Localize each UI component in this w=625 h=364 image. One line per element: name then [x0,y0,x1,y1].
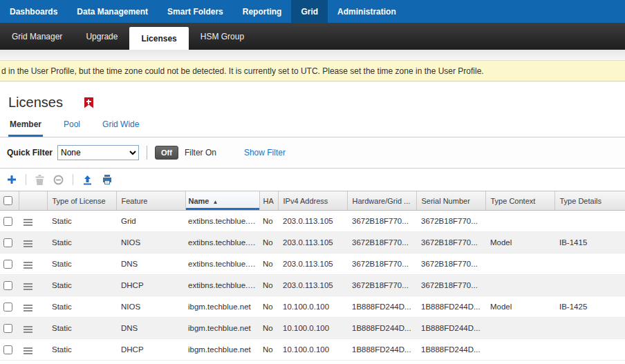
row-checkbox[interactable] [3,345,12,354]
row-checkbox[interactable] [3,238,12,247]
filter-off-toggle[interactable]: Off [155,146,178,160]
cell-type-details: IB-1415 [554,232,625,253]
quick-filter-select[interactable]: None [57,145,139,160]
cell-type-context [485,339,554,361]
delete-icon [35,175,44,185]
cell-hardware-grid: 3672B18F770... [347,211,416,232]
print-icon [102,175,113,185]
column-name[interactable]: Name▲ [185,191,259,211]
row-menu-cell [19,253,47,275]
column-type-context[interactable]: Type Context [485,191,554,211]
cell-hardware-grid: 3672B18F770... [347,232,416,253]
row-select-cell [0,253,19,275]
row-menu-icon[interactable] [24,305,32,306]
row-menu-cell [19,296,47,318]
cell-ha: No [259,232,278,253]
cell-type-details [554,318,625,339]
filter-separator [147,146,147,160]
row-menu-cell [19,339,47,361]
row-checkbox[interactable] [3,324,12,333]
tab-pool[interactable]: Pool [62,119,82,137]
row-menu-cell [19,275,47,296]
cell-type-context [485,253,554,275]
cell-ha: No [259,296,278,318]
cell-type-details [554,253,625,275]
top-nav-item-dashboards[interactable]: Dashboards [0,0,67,23]
row-menu-icon[interactable] [24,283,32,285]
cell-feature: DHCP [116,339,185,361]
row-menu-icon[interactable] [24,240,32,242]
column-feature[interactable]: Feature [116,191,185,211]
table-row[interactable]: Static DHCP ibgm.techblue.net No 10.100.… [0,339,625,361]
top-nav-item-administration[interactable]: Administration [328,0,406,23]
column-ipv4-address[interactable]: IPv4 Address [278,191,347,211]
row-checkbox[interactable] [3,217,12,226]
row-checkbox[interactable] [3,260,12,269]
column-ha[interactable]: HA [259,191,278,211]
cell-type-of-license: Static [47,339,116,361]
show-filter-link[interactable]: Show Filter [244,148,286,157]
add-button[interactable] [7,175,17,184]
cell-name: ibgm.techblue.net [185,318,259,339]
tab-grid-wide[interactable]: Grid Wide [101,119,140,137]
red-bookmark-icon[interactable] [84,97,93,108]
sub-nav-item-hsm-group[interactable]: HSM Group [189,23,256,50]
table-row[interactable]: Static NIOS ibgm.techblue.net No 10.100.… [0,296,625,318]
cell-ha: No [259,275,278,296]
add-icon [7,175,17,184]
row-menu-icon[interactable] [24,219,32,220]
cell-serial-number: 1B888FD244D... [416,318,485,339]
table-toolbar [0,169,625,191]
table-row[interactable]: Static DNS extibns.techblue.net No 203.0… [0,253,625,275]
table-row[interactable]: Static DNS ibgm.techblue.net No 10.100.0… [0,318,625,339]
cell-ha: No [259,339,278,361]
cell-ipv4-address: 203.0.113.105 [278,275,347,296]
cell-hardware-grid: 1B888FD244D... [347,339,416,361]
top-nav-item-reporting[interactable]: Reporting [233,0,292,23]
select-all-cell [0,191,19,211]
view-tabs: Member Pool Grid Wide [0,111,625,137]
cell-type-context: Model [485,296,554,318]
row-menu-icon[interactable] [24,347,32,349]
cell-ipv4-address: 10.100.0.100 [278,296,347,318]
column-hardware-grid[interactable]: Hardware/Grid ... [347,191,416,211]
cell-type-of-license: Static [47,232,116,253]
row-menu-icon[interactable] [24,326,32,327]
sort-ascending-icon: ▲ [212,199,218,205]
column-serial-number[interactable]: Serial Number [416,191,485,211]
export-button[interactable] [82,175,93,185]
cell-serial-number: 3672B18F770... [416,232,485,253]
table-row[interactable]: Static DHCP extibns.techblue.net No 203.… [0,275,625,296]
table-row[interactable]: Static NIOS extibns.techblue.net No 203.… [0,232,625,253]
sub-nav-item-upgrade[interactable]: Upgrade [74,23,129,50]
row-select-cell [0,232,19,253]
quick-filter-bar: Quick Filter None Off Filter On Show Fil… [0,137,625,169]
column-type-details[interactable]: Type Details [554,191,625,211]
top-nav-item-data-management[interactable]: Data Management [67,0,158,23]
cell-ipv4-address: 203.0.113.105 [278,211,347,232]
select-all-checkbox[interactable] [3,196,12,205]
tab-member[interactable]: Member [8,119,43,137]
delete-button[interactable] [35,175,44,185]
table-row[interactable]: Static Grid extibns.techblue.net No 203.… [0,211,625,232]
top-nav-item-smart-folders[interactable]: Smart Folders [158,0,233,23]
sub-nav-item-licenses[interactable]: Licenses [129,27,188,50]
cell-type-details: IB-1425 [554,296,625,318]
row-menu-icon[interactable] [24,262,32,263]
row-select-cell [0,339,19,361]
row-checkbox[interactable] [3,281,12,290]
disable-button[interactable] [53,175,64,185]
row-select-cell [0,211,19,232]
print-button[interactable] [102,175,113,185]
quick-filter-label: Quick Filter [7,148,53,157]
table-body: Static Grid extibns.techblue.net No 203.… [0,211,625,361]
row-select-cell [0,275,19,296]
top-nav-item-grid[interactable]: Grid [291,0,328,23]
column-type-of-license[interactable]: Type of License [47,191,116,211]
cell-serial-number: 3672B18F770... [416,211,485,232]
cell-ipv4-address: 10.100.0.100 [278,318,347,339]
sub-nav-item-grid-manager[interactable]: Grid Manager [0,23,74,50]
cell-type-of-license: Static [47,253,116,275]
row-checkbox[interactable] [3,303,12,312]
cell-feature: NIOS [116,232,185,253]
